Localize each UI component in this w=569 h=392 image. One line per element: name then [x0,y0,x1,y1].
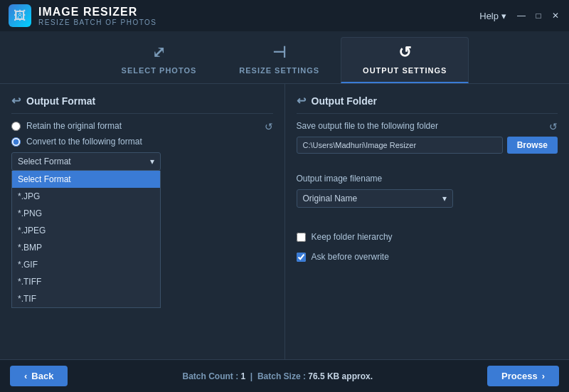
app-title-block: IMAGE RESIZER RESIZE BATCH OF PHOTOS [38,6,157,26]
retain-format-label: Retain the original format [26,121,122,131]
output-folder-panel: ↩ Output Folder ↺ Save output file to th… [285,84,570,359]
filename-label: Output image filename [297,174,558,184]
footer: ‹ Back Batch Count : 1 | Batch Size : 76… [0,359,569,392]
tabs-bar: ⤢ SELECT PHOTOS ⊣ RESIZE SETTINGS ↺ OUTP… [0,31,569,84]
format-option-bmp[interactable]: *.BMP [12,239,160,256]
minimize-button[interactable]: — [516,11,526,21]
close-button[interactable]: ✕ [551,11,560,21]
process-button[interactable]: Process › [487,366,559,386]
output-folder-title: Output Folder [312,95,378,107]
batch-size-label: Batch Size : [257,371,306,381]
output-folder-reset-button[interactable]: ↺ [549,121,558,132]
output-folder-body: ↺ Save output file to the following fold… [297,121,558,262]
convert-format-radio[interactable]: Convert to the following format [11,137,273,147]
app-title: IMAGE RESIZER [38,6,157,18]
output-format-header: ↩ Output Format [11,94,273,114]
output-folder-header: ↩ Output Folder [297,94,558,114]
keep-hierarchy-label: Keep folder hierarchy [312,232,393,242]
convert-format-label: Convert to the following format [26,137,142,147]
title-bar-left: 🖼 IMAGE RESIZER RESIZE BATCH OF PHOTOS [9,4,157,27]
keep-hierarchy-checkbox-row[interactable]: Keep folder hierarchy [297,232,558,242]
format-option-jpg[interactable]: *.JPG [12,188,160,205]
process-label: Process [501,371,538,381]
window-controls: — □ ✕ [516,11,560,21]
tab-select-photos[interactable]: ⤢ SELECT PHOTOS [100,38,218,83]
format-dropdown-selected: Select Format [18,157,71,166]
format-dropdown-trigger[interactable]: Select Format ▾ [11,152,161,171]
format-option-gif[interactable]: *.GIF [12,256,160,273]
retain-format-radio[interactable]: Retain the original format [11,121,273,131]
process-chevron: › [542,371,545,381]
batch-size-value: 76.5 KB approx. [308,371,373,381]
output-format-title: Output Format [26,95,95,107]
help-button[interactable]: Help ▾ [479,11,506,21]
folder-label: Save output file to the following folder [297,121,558,131]
ask-overwrite-checkbox-row[interactable]: Ask before overwrite [297,252,558,262]
ask-overwrite-checkbox[interactable] [297,253,306,262]
format-dropdown-menu: Select Format *.JPG *.PNG *.JPEG *.BMP *… [11,171,161,308]
filename-dropdown-selected: Original Name [303,194,358,203]
tab-resize-settings-label: RESIZE SETTINGS [239,66,319,75]
filename-dropdown[interactable]: Original Name ▾ [297,189,453,208]
footer-info: Batch Count : 1 | Batch Size : 76.5 KB a… [183,371,373,381]
tab-resize-settings[interactable]: ⊣ RESIZE SETTINGS [218,38,341,83]
folder-path-input[interactable] [297,137,503,154]
filename-dropdown-chevron: ▾ [442,194,447,203]
folder-input-row: Browse [297,137,558,154]
app-icon: 🖼 [9,4,31,27]
format-option-select-format[interactable]: Select Format [12,171,160,188]
format-option-tiff[interactable]: *.TIFF [12,273,160,290]
convert-format-radio-input[interactable] [11,137,21,147]
output-settings-icon: ↺ [398,43,412,62]
select-photos-icon: ⤢ [152,43,166,62]
back-label: Back [31,371,53,381]
output-folder-icon: ↩ [297,94,306,107]
format-dropdown[interactable]: Select Format ▾ Select Format *.JPG *.PN… [11,152,161,171]
app-subtitle: RESIZE BATCH OF PHOTOS [38,18,157,26]
tab-output-settings-label: OUTPUT SETTINGS [363,66,447,75]
title-bar-right: Help ▾ — □ ✕ [479,11,560,21]
browse-button[interactable]: Browse [507,137,558,154]
tab-select-photos-label: SELECT PHOTOS [122,66,197,75]
format-option-png[interactable]: *.PNG [12,205,160,222]
title-bar: 🖼 IMAGE RESIZER RESIZE BATCH OF PHOTOS H… [0,0,569,31]
format-option-tif[interactable]: *.TIF [12,290,160,307]
maximize-button[interactable]: □ [533,11,543,21]
output-format-body: ↺ Retain the original format Convert to … [11,121,273,171]
back-button[interactable]: ‹ Back [10,366,68,386]
back-chevron: ‹ [24,371,27,381]
format-dropdown-chevron: ▾ [150,157,154,166]
batch-count-label: Batch Count : [183,371,239,381]
output-format-panel: ↩ Output Format ↺ Retain the original fo… [0,84,285,359]
ask-overwrite-label: Ask before overwrite [312,252,389,262]
resize-settings-icon: ⊣ [272,43,287,62]
retain-format-radio-input[interactable] [11,122,21,131]
output-format-icon: ↩ [11,94,21,107]
tab-output-settings[interactable]: ↺ OUTPUT SETTINGS [341,37,469,83]
keep-hierarchy-checkbox[interactable] [297,233,306,242]
output-format-reset-button[interactable]: ↺ [265,121,273,132]
batch-count-value: 1 [241,371,246,381]
main-content: ↩ Output Format ↺ Retain the original fo… [0,84,569,359]
format-option-jpeg[interactable]: *.JPEG [12,222,160,239]
